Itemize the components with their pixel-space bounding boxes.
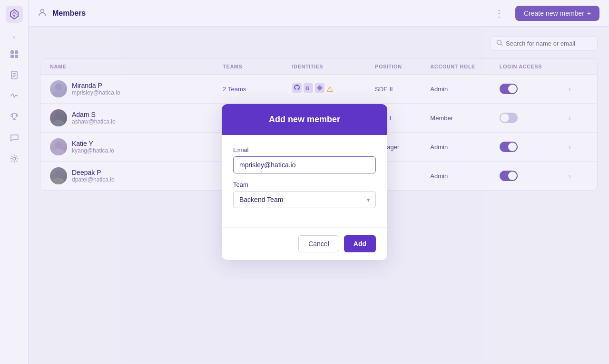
cancel-button[interactable]: Cancel [298,235,339,252]
modal-header: Add new member [222,104,387,135]
modal-body: Email Team Backend Team Frontend Team De… [222,135,387,227]
team-label: Team [233,181,376,188]
team-select-wrap: Backend Team Frontend Team Design Team Q… [233,191,376,208]
add-member-modal: Add new member Email Team Backend Team F… [222,104,387,260]
team-select[interactable]: Backend Team Frontend Team Design Team Q… [233,191,376,208]
modal-footer: Cancel Add [222,227,387,260]
email-form-group: Email [233,146,376,173]
email-input[interactable] [233,156,376,173]
modal-overlay: Add new member Email Team Backend Team F… [0,0,609,364]
team-form-group: Team Backend Team Frontend Team Design T… [233,181,376,208]
add-button[interactable]: Add [344,235,376,252]
email-label: Email [233,146,376,153]
modal-title: Add new member [269,115,340,124]
